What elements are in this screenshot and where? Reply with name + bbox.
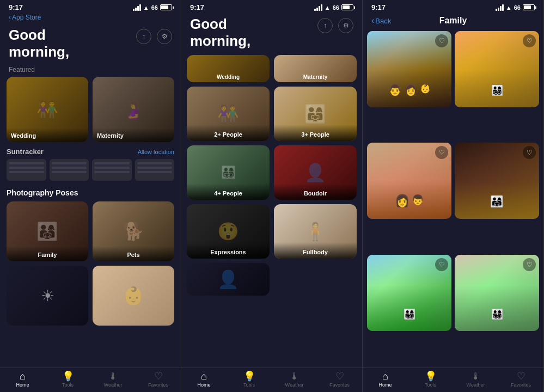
expressions-label: Expressions [187, 242, 270, 259]
gallery-card-1[interactable]: 👨👩👶 ♡ [367, 31, 451, 107]
nav-favorites-3[interactable]: ♡ Favorites [498, 371, 543, 388]
favorites-label-2: Favorites [329, 382, 350, 388]
phone-screen-2: 9:17 ▲ 66 Good morning, ↑ ⚙ Wedding [181, 0, 363, 392]
boudoir-label: Boudoir [274, 183, 357, 200]
page-title-3: Family [439, 16, 467, 26]
heart-btn-5[interactable]: ♡ [435, 258, 448, 271]
suntracker-section: Suntracker Allow location [0, 148, 181, 185]
family-pose-label: Family [7, 246, 88, 261]
featured-row: 👫 Wedding 🤰 Maternity [0, 77, 181, 148]
bottom-nav-1: ⌂ Home 💡 Tools 🌡 Weather ♡ Favorites [0, 367, 181, 392]
back-chevron-1: ‹ [9, 14, 11, 21]
settings-icon-1[interactable]: ⚙ [157, 29, 172, 44]
nav-tools-1[interactable]: 💡 Tools [45, 371, 90, 388]
status-bar-2: 9:17 ▲ 66 [181, 0, 362, 13]
pets-pose-label: Pets [93, 246, 174, 261]
upload-icon-2[interactable]: ↑ [317, 18, 333, 33]
wedding-card-label: Wedding [7, 128, 88, 142]
nav-favorites-1[interactable]: ♡ Favorites [136, 371, 181, 388]
nav-tools-3[interactable]: 💡 Tools [408, 371, 453, 388]
pose-card-family[interactable]: 👨‍👩‍👧 Family [7, 201, 88, 261]
back-button-3[interactable]: ‹ Back [371, 16, 391, 26]
back-label-3: Back [375, 17, 391, 25]
poses-grid: 👨‍👩‍👧 Family 🐕 Pets ☀ 👶 [7, 201, 174, 326]
category-2people[interactable]: 👫 2+ People [187, 87, 270, 141]
gallery-card-5[interactable]: 👨‍👩‍👧‍👦 ♡ [367, 255, 451, 331]
wedding-silhouette: 👫 [36, 99, 58, 120]
nav-weather-3[interactable]: 🌡 Weather [453, 371, 498, 388]
phone1-header: Good morning, ↑ ⚙ [0, 23, 181, 66]
gallery-grid[interactable]: 👨👩👶 ♡ 👨‍👩‍👧‍👦 ♡ 👩👦 ♡ [363, 31, 543, 367]
category-3people[interactable]: 👨‍👩‍👧 3+ People [274, 87, 357, 141]
category-portrait[interactable]: 👤 [187, 263, 270, 296]
wifi-icon-2: ▲ [325, 4, 331, 11]
battery-icon-2 [341, 4, 353, 10]
signal-icon-3 [496, 4, 504, 11]
gallery-card-6[interactable]: 👨‍👩‍👧‍👦 ♡ [455, 255, 539, 331]
time-1: 9:17 [9, 3, 23, 11]
heart-btn-6[interactable]: ♡ [523, 258, 536, 271]
gallery-card-2[interactable]: 👨‍👩‍👧‍👦 ♡ [455, 31, 539, 107]
greeting-1: Good morning, [9, 27, 69, 60]
category-fullbody[interactable]: 🧍 Fullbody [274, 204, 357, 259]
featured-label: Featured [0, 66, 181, 77]
nav-weather-2[interactable]: 🌡 Weather [272, 371, 317, 388]
phone-screen-1: 9:17 ▲ 66 ‹ App Store Good morning, ↑ ⚙ … [0, 0, 181, 392]
bottom-nav-3: ⌂ Home 💡 Tools 🌡 Weather ♡ Favorites [363, 367, 543, 392]
3people-label: 3+ People [274, 125, 357, 141]
pose-card-couple[interactable]: ☀ [7, 266, 88, 326]
weather-icon-3: 🌡 [471, 371, 481, 381]
time-3: 9:17 [371, 3, 386, 11]
nav-home-2[interactable]: ⌂ Home [181, 371, 227, 388]
allow-location-btn[interactable]: Allow location [138, 149, 174, 155]
featured-card-maternity[interactable]: 🤰 Maternity [93, 77, 174, 142]
category-expressions[interactable]: 😲 Expressions [187, 204, 270, 259]
weather-label-3: Weather [467, 382, 485, 388]
suntracker-title: Suntracker [7, 148, 44, 156]
photography-poses-title: Photography Poses [7, 188, 174, 197]
partial-maternity-label: Maternity [274, 74, 357, 80]
gallery-card-4[interactable]: 👨‍👩‍👧 ♡ [455, 143, 539, 219]
phone2-scroll[interactable]: Wedding Maternity 👫 2+ People 👨‍👩‍👧 3+ P… [181, 55, 362, 367]
phone3-header: ‹ Back Family [363, 13, 543, 31]
upload-icon-1[interactable]: ↑ [136, 29, 151, 44]
tools-label-1: Tools [62, 382, 74, 388]
tools-icon-1: 💡 [62, 371, 74, 381]
nav-home-1[interactable]: ⌂ Home [0, 371, 45, 388]
app-store-back[interactable]: ‹ App Store [0, 13, 181, 23]
battery-label-2: 66 [333, 4, 339, 11]
2people-label: 2+ People [187, 125, 270, 141]
phone2-header: Good morning, ↑ ⚙ [181, 13, 362, 55]
home-label-1: Home [16, 382, 29, 388]
maternity-card-label: Maternity [93, 128, 174, 142]
wifi-icon-1: ▲ [143, 4, 149, 11]
pose-card-baby[interactable]: 👶 [93, 266, 174, 326]
status-bar-1: 9:17 ▲ 66 [0, 0, 181, 13]
partial-wedding-label: Wedding [187, 74, 270, 80]
nav-favorites-2[interactable]: ♡ Favorites [317, 371, 362, 388]
category-boudoir[interactable]: 👤 Boudoir [274, 145, 357, 200]
settings-icon-2[interactable]: ⚙ [338, 18, 353, 33]
pose-card-pets[interactable]: 🐕 Pets [93, 201, 174, 261]
tools-label-3: Tools [425, 382, 436, 388]
heart-btn-2[interactable]: ♡ [523, 34, 536, 47]
heart-btn-1[interactable]: ♡ [435, 34, 448, 47]
featured-card-wedding[interactable]: 👫 Wedding [7, 77, 88, 142]
status-icons-3: ▲ 66 [496, 4, 535, 11]
partial-maternity[interactable]: Maternity [274, 55, 357, 82]
favorites-label-1: Favorites [148, 382, 168, 388]
category-4people[interactable]: 👨‍👩‍👧‍👦 4+ People [187, 145, 270, 200]
partial-wedding[interactable]: Wedding [187, 55, 270, 82]
time-2: 9:17 [190, 3, 204, 11]
home-icon-2: ⌂ [201, 371, 207, 381]
tools-label-2: Tools [243, 382, 255, 388]
greeting-2: Good morning, [190, 16, 250, 50]
nav-home-3[interactable]: ⌂ Home [363, 371, 408, 388]
suntracker-bars [7, 159, 174, 181]
photography-section: Photography Poses 👨‍👩‍👧 Family 🐕 Pets ☀ … [0, 185, 181, 329]
home-label-3: Home [378, 382, 392, 388]
nav-weather-1[interactable]: 🌡 Weather [90, 371, 136, 388]
status-icons-2: ▲ 66 [314, 4, 353, 11]
nav-tools-2[interactable]: 💡 Tools [227, 371, 272, 388]
gallery-card-3[interactable]: 👩👦 ♡ [367, 143, 451, 219]
